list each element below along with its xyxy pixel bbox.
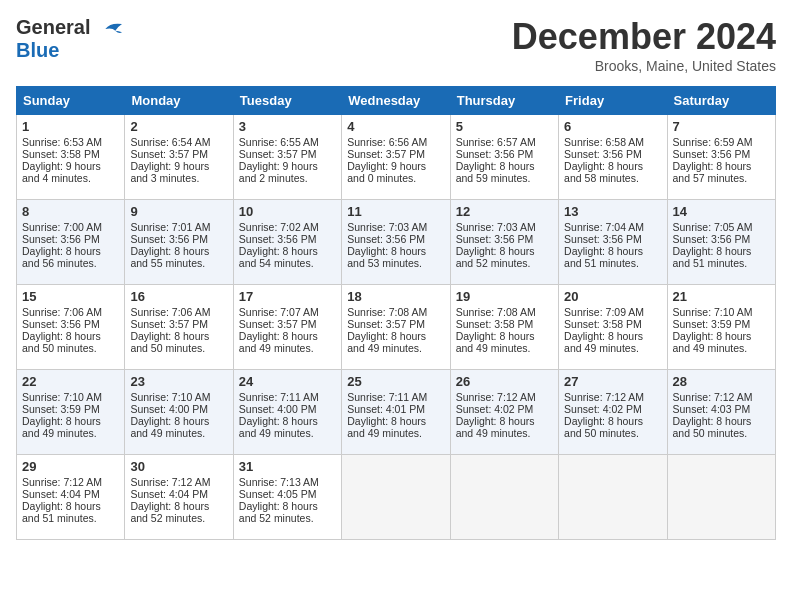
day-info-line: Daylight: 8 hours xyxy=(673,330,770,342)
day-number: 9 xyxy=(130,204,227,219)
day-info-line: Sunset: 3:57 PM xyxy=(239,318,336,330)
day-number: 14 xyxy=(673,204,770,219)
calendar-cell: 7Sunrise: 6:59 AMSunset: 3:56 PMDaylight… xyxy=(667,115,775,200)
calendar-cell: 3Sunrise: 6:55 AMSunset: 3:57 PMDaylight… xyxy=(233,115,341,200)
day-info-line: Sunset: 3:57 PM xyxy=(347,148,444,160)
calendar-cell: 13Sunrise: 7:04 AMSunset: 3:56 PMDayligh… xyxy=(559,200,667,285)
day-info-line: Sunrise: 6:55 AM xyxy=(239,136,336,148)
day-info-line: Sunset: 4:02 PM xyxy=(564,403,661,415)
day-info-line: Daylight: 8 hours xyxy=(564,330,661,342)
day-info-line: and 54 minutes. xyxy=(239,257,336,269)
weekday-header-friday: Friday xyxy=(559,87,667,115)
day-number: 23 xyxy=(130,374,227,389)
logo-bird-icon xyxy=(98,19,126,39)
day-info-line: Sunset: 4:01 PM xyxy=(347,403,444,415)
day-info-line: Sunrise: 7:03 AM xyxy=(456,221,553,233)
calendar-cell: 4Sunrise: 6:56 AMSunset: 3:57 PMDaylight… xyxy=(342,115,450,200)
calendar-week-1: 1Sunrise: 6:53 AMSunset: 3:58 PMDaylight… xyxy=(17,115,776,200)
day-info-line: and 52 minutes. xyxy=(456,257,553,269)
day-info-line: Sunrise: 7:10 AM xyxy=(130,391,227,403)
weekday-header-wednesday: Wednesday xyxy=(342,87,450,115)
calendar-cell: 9Sunrise: 7:01 AMSunset: 3:56 PMDaylight… xyxy=(125,200,233,285)
day-number: 12 xyxy=(456,204,553,219)
day-info-line: Sunset: 3:59 PM xyxy=(673,318,770,330)
day-info-line: Daylight: 9 hours xyxy=(347,160,444,172)
day-info-line: Sunset: 3:57 PM xyxy=(347,318,444,330)
day-info-line: Sunrise: 7:11 AM xyxy=(347,391,444,403)
day-info-line: Sunset: 3:56 PM xyxy=(456,148,553,160)
location: Brooks, Maine, United States xyxy=(512,58,776,74)
calendar-cell: 25Sunrise: 7:11 AMSunset: 4:01 PMDayligh… xyxy=(342,370,450,455)
day-info-line: Sunset: 3:58 PM xyxy=(564,318,661,330)
day-info-line: Sunset: 3:56 PM xyxy=(673,233,770,245)
day-info-line: Sunrise: 7:07 AM xyxy=(239,306,336,318)
calendar-cell: 2Sunrise: 6:54 AMSunset: 3:57 PMDaylight… xyxy=(125,115,233,200)
day-info-line: Daylight: 8 hours xyxy=(673,245,770,257)
day-info-line: Sunset: 3:57 PM xyxy=(130,148,227,160)
day-info-line: Sunset: 3:56 PM xyxy=(347,233,444,245)
day-info-line: Sunset: 3:57 PM xyxy=(239,148,336,160)
day-info-line: Sunset: 4:04 PM xyxy=(22,488,119,500)
day-info-line: and 50 minutes. xyxy=(564,427,661,439)
calendar-cell: 21Sunrise: 7:10 AMSunset: 3:59 PMDayligh… xyxy=(667,285,775,370)
day-info-line: and 56 minutes. xyxy=(22,257,119,269)
day-number: 13 xyxy=(564,204,661,219)
day-info-line: Sunset: 3:56 PM xyxy=(239,233,336,245)
calendar-cell: 23Sunrise: 7:10 AMSunset: 4:00 PMDayligh… xyxy=(125,370,233,455)
day-number: 19 xyxy=(456,289,553,304)
calendar-cell: 22Sunrise: 7:10 AMSunset: 3:59 PMDayligh… xyxy=(17,370,125,455)
day-number: 5 xyxy=(456,119,553,134)
day-info-line: Sunrise: 7:08 AM xyxy=(347,306,444,318)
day-number: 4 xyxy=(347,119,444,134)
day-info-line: Sunrise: 7:12 AM xyxy=(22,476,119,488)
day-info-line: Sunrise: 7:10 AM xyxy=(22,391,119,403)
day-info-line: and 49 minutes. xyxy=(564,342,661,354)
weekday-header-saturday: Saturday xyxy=(667,87,775,115)
day-info-line: Daylight: 8 hours xyxy=(130,245,227,257)
day-info-line: Daylight: 8 hours xyxy=(564,245,661,257)
day-info-line: Daylight: 8 hours xyxy=(22,330,119,342)
day-info-line: and 50 minutes. xyxy=(130,342,227,354)
day-number: 7 xyxy=(673,119,770,134)
day-info-line: Sunrise: 6:53 AM xyxy=(22,136,119,148)
day-number: 31 xyxy=(239,459,336,474)
weekday-header-thursday: Thursday xyxy=(450,87,558,115)
day-info-line: Daylight: 8 hours xyxy=(130,415,227,427)
day-info-line: and 50 minutes. xyxy=(673,427,770,439)
day-number: 26 xyxy=(456,374,553,389)
calendar-cell: 5Sunrise: 6:57 AMSunset: 3:56 PMDaylight… xyxy=(450,115,558,200)
day-info-line: Sunset: 3:56 PM xyxy=(22,233,119,245)
day-info-line: Sunrise: 7:12 AM xyxy=(456,391,553,403)
title-block: December 2024 Brooks, Maine, United Stat… xyxy=(512,16,776,74)
day-info-line: Sunrise: 7:11 AM xyxy=(239,391,336,403)
day-info-line: Daylight: 8 hours xyxy=(22,245,119,257)
day-info-line: Sunset: 3:57 PM xyxy=(130,318,227,330)
day-info-line: Sunrise: 7:01 AM xyxy=(130,221,227,233)
calendar-body: 1Sunrise: 6:53 AMSunset: 3:58 PMDaylight… xyxy=(17,115,776,540)
day-info-line: and 51 minutes. xyxy=(673,257,770,269)
day-info-line: Sunset: 3:58 PM xyxy=(456,318,553,330)
day-info-line: and 49 minutes. xyxy=(130,427,227,439)
day-info-line: Sunrise: 6:58 AM xyxy=(564,136,661,148)
calendar-cell: 11Sunrise: 7:03 AMSunset: 3:56 PMDayligh… xyxy=(342,200,450,285)
day-number: 16 xyxy=(130,289,227,304)
day-info-line: and 49 minutes. xyxy=(239,342,336,354)
calendar-cell: 12Sunrise: 7:03 AMSunset: 3:56 PMDayligh… xyxy=(450,200,558,285)
weekday-header-sunday: Sunday xyxy=(17,87,125,115)
day-info-line: and 49 minutes. xyxy=(456,342,553,354)
day-number: 21 xyxy=(673,289,770,304)
day-info-line: Sunrise: 7:12 AM xyxy=(673,391,770,403)
day-info-line: Daylight: 8 hours xyxy=(673,160,770,172)
day-number: 24 xyxy=(239,374,336,389)
day-info-line: and 0 minutes. xyxy=(347,172,444,184)
day-info-line: Sunrise: 7:06 AM xyxy=(130,306,227,318)
day-info-line: Sunrise: 7:10 AM xyxy=(673,306,770,318)
day-info-line: and 59 minutes. xyxy=(456,172,553,184)
day-info-line: Sunrise: 6:56 AM xyxy=(347,136,444,148)
calendar-cell: 20Sunrise: 7:09 AMSunset: 3:58 PMDayligh… xyxy=(559,285,667,370)
day-info-line: Daylight: 8 hours xyxy=(456,415,553,427)
day-number: 18 xyxy=(347,289,444,304)
day-info-line: Daylight: 8 hours xyxy=(673,415,770,427)
day-number: 30 xyxy=(130,459,227,474)
day-info-line: Daylight: 8 hours xyxy=(347,330,444,342)
